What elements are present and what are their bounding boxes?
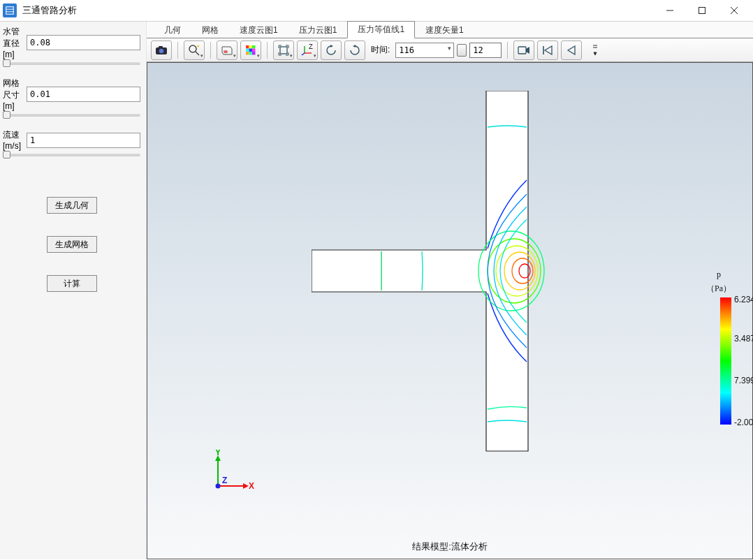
color-legend: p （Pa） 6.234e+02 3.487e+02 7.399e+01 -2.… <box>706 270 731 426</box>
maximize-button[interactable] <box>686 0 718 21</box>
svg-rect-20 <box>249 52 253 55</box>
svg-rect-17 <box>249 48 253 52</box>
tab-velocity-vector[interactable]: 速度矢量1 <box>415 22 474 38</box>
svg-line-11 <box>196 52 199 55</box>
legend-tick: 7.399e+01 <box>734 376 753 385</box>
legend-tick: 3.487e+02 <box>734 334 753 344</box>
mesh-size-label: 网格尺寸[m] <box>3 78 27 111</box>
time-combo[interactable] <box>395 43 454 58</box>
legend-var: p <box>706 270 731 280</box>
app-icon <box>3 3 17 17</box>
svg-rect-16 <box>246 48 249 52</box>
sidebar: 水管直径[m] 网格尺寸[m] 流速[m/s] 生成几何 生成网格 计算 <box>0 22 147 559</box>
tab-mesh[interactable]: 网格 <box>191 22 229 38</box>
pipe-diameter-label: 水管直径[m] <box>3 26 27 59</box>
svg-line-25 <box>302 53 305 55</box>
svg-rect-13 <box>246 45 249 49</box>
svg-point-37 <box>216 484 221 489</box>
first-frame-button[interactable] <box>537 40 558 60</box>
rotate-cw-button[interactable] <box>344 40 365 60</box>
svg-rect-22 <box>280 47 287 54</box>
mesh-size-input[interactable] <box>27 87 140 102</box>
axis-triad: Y X Z <box>208 450 257 499</box>
axis-orientation-button[interactable]: z▾ <box>297 40 318 60</box>
clip-button[interactable]: ▾ <box>217 40 237 60</box>
generate-mesh-button[interactable]: 生成网格 <box>47 236 97 253</box>
close-button[interactable] <box>718 0 750 21</box>
record-button[interactable] <box>513 40 534 60</box>
time-slider-thumb[interactable] <box>457 44 467 57</box>
rotate-ccw-button[interactable] <box>321 40 342 60</box>
flow-velocity-input[interactable] <box>27 133 140 148</box>
svg-rect-15 <box>252 45 256 49</box>
tab-velocity-contour[interactable]: 速度云图1 <box>229 22 288 38</box>
flow-velocity-slider[interactable] <box>3 154 140 156</box>
svg-text:Y: Y <box>215 450 221 457</box>
mesh-size-slider[interactable] <box>3 114 140 117</box>
flow-velocity-label: 流速[m/s] <box>3 129 27 151</box>
plot-caption: 结果模型:流体分析 <box>412 540 488 553</box>
pipe-diameter-input[interactable] <box>27 35 140 50</box>
legend-tick: -2.007e+02 <box>734 418 753 427</box>
svg-rect-0 <box>6 7 14 15</box>
svg-rect-14 <box>249 45 253 49</box>
svg-rect-9 <box>159 46 163 48</box>
legend-units: （Pa） <box>706 283 731 295</box>
svg-rect-27 <box>518 47 526 54</box>
zoom-button[interactable]: ▾ <box>184 40 205 60</box>
title-bar: 三通管路分析 <box>0 0 753 22</box>
tab-pressure-contour[interactable]: 压力云图1 <box>288 22 348 38</box>
toolbar-overflow[interactable] <box>585 40 606 60</box>
legend-tick: 6.234e+02 <box>734 295 753 304</box>
colormap-button[interactable]: ▾ <box>240 40 261 60</box>
viewport-toolbar: ▾ ▾ ▾ ▾ z▾ 时间: <box>147 38 753 62</box>
svg-rect-19 <box>246 52 249 55</box>
calculate-button[interactable]: 计算 <box>47 275 97 292</box>
generate-geometry-button[interactable]: 生成几何 <box>47 197 97 214</box>
minimize-button[interactable] <box>654 0 686 21</box>
legend-colorbar: 6.234e+02 3.487e+02 7.399e+01 -2.007e+02 <box>720 297 731 425</box>
prev-frame-button[interactable] <box>561 40 582 60</box>
viewport[interactable]: Y X Z p （Pa） 6.234e+02 3.487e+02 7.399e+… <box>147 62 753 559</box>
svg-point-10 <box>189 45 196 52</box>
pipe-diameter-slider[interactable] <box>3 62 140 65</box>
svg-text:X: X <box>249 481 254 491</box>
tab-bar: 几何 网格 速度云图1 压力云图1 压力等值线1 速度矢量1 <box>147 22 753 38</box>
svg-rect-18 <box>252 48 256 52</box>
svg-rect-21 <box>252 52 256 55</box>
tab-geometry[interactable]: 几何 <box>154 22 191 38</box>
svg-text:Z: Z <box>222 476 227 485</box>
frame-spinner[interactable] <box>469 43 502 58</box>
svg-text:z: z <box>309 44 313 51</box>
contour-plot <box>312 91 703 482</box>
screenshot-button[interactable] <box>151 40 172 60</box>
svg-point-12 <box>224 50 228 53</box>
fit-view-button[interactable]: ▾ <box>273 40 294 60</box>
svg-point-8 <box>159 48 163 52</box>
tab-pressure-isoline[interactable]: 压力等值线1 <box>347 21 415 38</box>
time-label: 时间: <box>371 44 390 56</box>
svg-rect-4 <box>699 8 706 14</box>
window-title: 三通管路分析 <box>22 4 654 17</box>
